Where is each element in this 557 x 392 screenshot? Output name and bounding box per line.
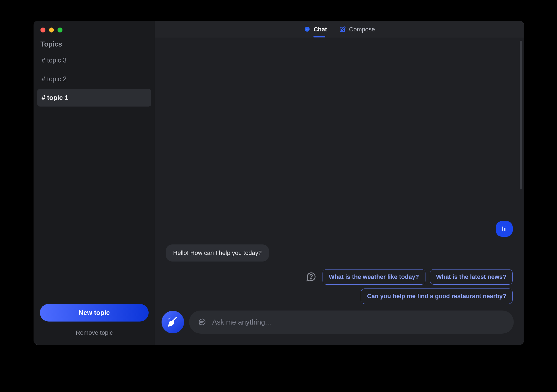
tab-chat-label: Chat (313, 26, 327, 33)
messages-list: hi Hello! How can I help you today? What… (155, 38, 524, 304)
message-row-assistant: Hello! How can I help you today? (166, 244, 513, 262)
user-message: hi (496, 221, 513, 237)
message-input-wrap (189, 311, 514, 334)
tab-compose-label: Compose (349, 26, 375, 33)
window-maximize-button[interactable] (58, 28, 62, 32)
chat-area: hi Hello! How can I help you today? What… (155, 38, 524, 345)
topics-header: Topics (34, 38, 155, 51)
window-controls (34, 26, 155, 38)
tab-bar: Chat Compose (155, 21, 524, 38)
new-topic-button[interactable]: New topic (40, 304, 149, 322)
svg-point-1 (306, 29, 307, 29)
sidebar-footer: New topic Remove topic (34, 298, 155, 345)
tab-compose[interactable]: Compose (339, 24, 375, 35)
sidebar: Topics # topic 3 # topic 2 # topic 1 New… (34, 21, 155, 345)
topics-list: # topic 3 # topic 2 # topic 1 (34, 51, 155, 107)
svg-point-2 (307, 29, 308, 29)
composer (155, 304, 524, 345)
message-row-user: hi (166, 221, 513, 237)
window-close-button[interactable] (40, 28, 45, 32)
suggestion-restaurant[interactable]: Can you help me find a good restaurant n… (361, 288, 513, 304)
suggestion-weather[interactable]: What is the weather like today? (323, 269, 425, 285)
svg-point-3 (308, 29, 309, 29)
app-window: Topics # topic 3 # topic 2 # topic 1 New… (34, 21, 524, 345)
assistant-message: Hello! How can I help you today? (166, 244, 269, 262)
suggestion-news[interactable]: What is the latest news? (430, 269, 513, 285)
topic-item-topic-1[interactable]: # topic 1 (37, 89, 151, 107)
suggestions-block: What is the weather like today? What is … (166, 269, 513, 304)
tab-chat[interactable]: Chat (304, 24, 327, 35)
scrollbar[interactable] (520, 41, 522, 189)
topic-item-topic-2[interactable]: # topic 2 (37, 70, 151, 88)
svg-point-4 (311, 279, 311, 279)
chat-bubble-icon (304, 26, 311, 33)
chat-line-icon (198, 318, 206, 326)
main-panel: Chat Compose hi Hello! How can I help yo… (155, 21, 524, 345)
message-input[interactable] (212, 318, 505, 326)
remove-topic-button[interactable]: Remove topic (40, 329, 149, 336)
compose-icon (339, 26, 346, 33)
broom-icon (167, 316, 179, 328)
clear-chat-button[interactable] (162, 311, 184, 333)
topic-item-topic-3[interactable]: # topic 3 (37, 51, 151, 69)
question-icon (305, 271, 316, 282)
window-minimize-button[interactable] (49, 28, 54, 32)
